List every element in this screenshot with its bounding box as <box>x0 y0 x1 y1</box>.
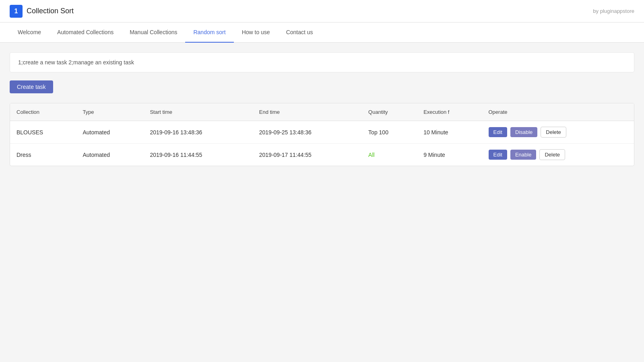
enable-button-2[interactable]: Enable <box>510 150 536 160</box>
table-row: BLOUSES Automated 2019-09-16 13:48:36 20… <box>10 121 634 144</box>
nav-item-random-sort[interactable]: Random sort <box>185 23 233 43</box>
tasks-table-wrapper: Collection Type Start time End time Quan… <box>10 103 634 166</box>
edit-button-2[interactable]: Edit <box>489 150 507 160</box>
cell-exec-freq-1: 10 Minute <box>417 121 482 144</box>
cell-type-1: Automated <box>76 121 143 144</box>
info-text: 1;create a new task 2;manage an existing… <box>18 59 134 66</box>
cell-start-time-1: 2019-09-16 13:48:36 <box>143 121 252 144</box>
nav-item-automated-collections[interactable]: Automated Collections <box>49 23 122 43</box>
col-quantity: Quantity <box>362 103 417 121</box>
nav-item-how-to-use[interactable]: How to use <box>234 23 278 43</box>
delete-button-1[interactable]: Delete <box>541 127 566 138</box>
cell-end-time-1: 2019-09-25 13:48:36 <box>253 121 362 144</box>
col-execution-freq: Execution f <box>417 103 482 121</box>
logo-text: 1 <box>14 8 18 15</box>
nav-item-manual-collections[interactable]: Manual Collections <box>122 23 185 43</box>
table-header: Collection Type Start time End time Quan… <box>10 103 634 121</box>
disable-button-1[interactable]: Disable <box>510 127 537 137</box>
table-body: BLOUSES Automated 2019-09-16 13:48:36 20… <box>10 121 634 166</box>
cell-type-2: Automated <box>76 144 143 166</box>
tasks-table: Collection Type Start time End time Quan… <box>10 103 634 166</box>
app-header: 1 Collection Sort by pluginappstore <box>0 0 644 23</box>
app-logo: 1 <box>10 5 23 18</box>
cell-quantity-2: All <box>362 144 417 166</box>
cell-end-time-2: 2019-09-17 11:44:55 <box>253 144 362 166</box>
cell-collection-2: Dress <box>10 144 76 166</box>
main-nav: Welcome Automated Collections Manual Col… <box>0 23 644 43</box>
cell-operate-1: Edit Disable Delete <box>482 121 634 144</box>
col-end-time: End time <box>253 103 362 121</box>
nav-item-welcome[interactable]: Welcome <box>10 23 49 43</box>
cell-exec-freq-2: 9 Minute <box>417 144 482 166</box>
col-collection: Collection <box>10 103 76 121</box>
header-left: 1 Collection Sort <box>10 5 74 18</box>
edit-button-1[interactable]: Edit <box>489 127 507 137</box>
app-title: Collection Sort <box>27 7 74 15</box>
table-row: Dress Automated 2019-09-16 11:44:55 2019… <box>10 144 634 166</box>
cell-collection-1: BLOUSES <box>10 121 76 144</box>
col-operate: Operate <box>482 103 634 121</box>
create-task-button[interactable]: Create task <box>10 80 53 93</box>
main-content: 1;create a new task 2;manage an existing… <box>0 43 644 176</box>
operate-cell-2: Edit Enable Delete <box>489 149 628 160</box>
delete-button-2[interactable]: Delete <box>539 149 565 160</box>
col-start-time: Start time <box>143 103 252 121</box>
operate-cell-1: Edit Disable Delete <box>489 127 628 138</box>
nav-item-contact-us[interactable]: Contact us <box>278 23 321 43</box>
cell-quantity-1: Top 100 <box>362 121 417 144</box>
byline: by pluginappstore <box>593 8 634 14</box>
col-type: Type <box>76 103 143 121</box>
cell-start-time-2: 2019-09-16 11:44:55 <box>143 144 252 166</box>
info-box: 1;create a new task 2;manage an existing… <box>10 52 634 72</box>
cell-operate-2: Edit Enable Delete <box>482 144 634 166</box>
